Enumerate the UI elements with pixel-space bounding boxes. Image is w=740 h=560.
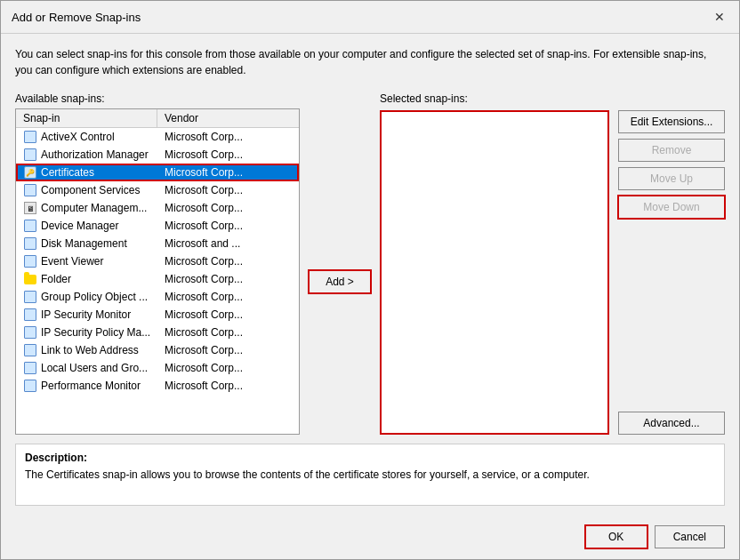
- list-item[interactable]: Disk ManagementMicrosoft and ...: [16, 235, 299, 252]
- description-content: The Certificates snap-in allows you to b…: [25, 468, 715, 483]
- generic-icon: [23, 308, 37, 322]
- generic-icon: [23, 361, 37, 375]
- list-item[interactable]: Component ServicesMicrosoft Corp...: [16, 181, 299, 199]
- selected-snapins-panel: Selected snap-ins:: [380, 92, 609, 435]
- list-item[interactable]: FolderMicrosoft Corp...: [16, 270, 299, 288]
- description-section: Description: The Certificates snap-in al…: [15, 444, 725, 506]
- right-button-panel: Edit Extensions... Remove Move Up Move D…: [618, 92, 725, 435]
- list-item[interactable]: 🖥Computer Managem...Microsoft Corp...: [16, 199, 299, 217]
- available-snapins-label: Available snap-ins:: [15, 92, 300, 105]
- move-down-button[interactable]: Move Down: [618, 196, 725, 219]
- advanced-button[interactable]: Advanced...: [618, 412, 725, 435]
- list-item[interactable]: Event ViewerMicrosoft Corp...: [16, 252, 299, 270]
- folder-icon: [23, 272, 37, 286]
- close-button[interactable]: ✕: [711, 8, 728, 26]
- generic-icon: [23, 254, 37, 268]
- remove-button[interactable]: Remove: [618, 139, 725, 162]
- cert-icon: 🔑: [23, 165, 37, 180]
- generic-icon: [23, 379, 37, 393]
- list-item[interactable]: Performance MonitorMicrosoft Corp...: [16, 377, 299, 395]
- selected-snapins-label: Selected snap-ins:: [380, 92, 609, 105]
- selected-snapins-tree: [380, 110, 609, 435]
- add-remove-snapins-dialog: Add or Remove Snap-ins ✕ You can select …: [0, 0, 740, 560]
- move-up-button[interactable]: Move Up: [618, 167, 725, 190]
- list-header: Snap-in Vendor: [16, 109, 299, 128]
- list-item[interactable]: ActiveX ControlMicrosoft Corp...: [16, 128, 299, 146]
- ok-button[interactable]: OK: [585, 525, 648, 548]
- dialog-body: You can select snap-ins for this console…: [1, 34, 739, 518]
- list-item[interactable]: Local Users and Gro...Microsoft Corp...: [16, 359, 299, 377]
- generic-icon: [23, 343, 37, 357]
- list-item[interactable]: Link to Web AddressMicrosoft Corp...: [16, 341, 299, 359]
- generic-icon: [23, 130, 37, 144]
- available-snapins-panel: Available snap-ins: Snap-in Vendor Activ…: [15, 92, 300, 435]
- generic-icon: [23, 236, 37, 251]
- list-item[interactable]: Device ManagerMicrosoft Corp...: [16, 217, 299, 235]
- edit-extensions-button[interactable]: Edit Extensions...: [618, 110, 725, 133]
- list-item[interactable]: IP Security MonitorMicrosoft Corp...: [16, 306, 299, 324]
- title-bar: Add or Remove Snap-ins ✕: [1, 1, 739, 34]
- col-header-vendor: Vendor: [157, 109, 299, 127]
- generic-icon: [23, 290, 37, 304]
- list-item[interactable]: Authorization ManagerMicrosoft Corp...: [16, 146, 299, 164]
- generic-icon: [23, 219, 37, 233]
- list-item[interactable]: Group Policy Object ...Microsoft Corp...: [16, 288, 299, 306]
- generic-icon: [23, 325, 37, 340]
- main-area: Available snap-ins: Snap-in Vendor Activ…: [15, 92, 725, 435]
- snapin-list-container: Snap-in Vendor ActiveX ControlMicrosoft …: [15, 108, 300, 435]
- add-button[interactable]: Add >: [309, 270, 371, 293]
- dialog-description: You can select snap-ins for this console…: [15, 46, 725, 78]
- dialog-title: Add or Remove Snap-ins: [12, 11, 141, 24]
- snapin-list: ActiveX ControlMicrosoft Corp...Authoriz…: [16, 128, 299, 433]
- middle-area: Add >: [309, 92, 371, 435]
- cancel-button[interactable]: Cancel: [655, 525, 725, 548]
- col-header-snapin: Snap-in: [16, 109, 157, 127]
- mgmt-icon: 🖥: [23, 201, 37, 215]
- footer-buttons: OK Cancel: [1, 518, 739, 559]
- generic-icon: [23, 183, 37, 197]
- description-label: Description:: [25, 452, 715, 464]
- list-item[interactable]: IP Security Policy Ma...Microsoft Corp..…: [16, 324, 299, 341]
- list-item[interactable]: 🔑CertificatesMicrosoft Corp...: [16, 164, 299, 181]
- generic-icon: [23, 148, 37, 162]
